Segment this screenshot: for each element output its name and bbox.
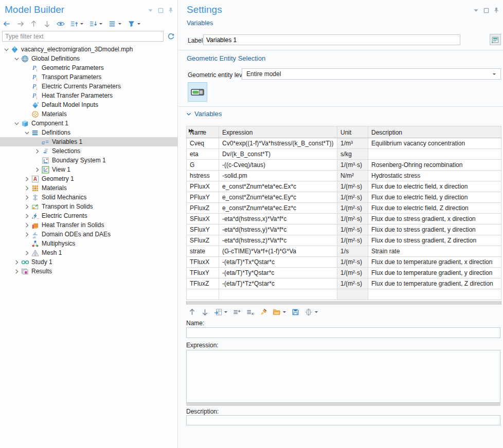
variable-row[interactable]: etaDv/(k_B_const*T)s/kg (187, 149, 501, 160)
panel-menu-icon[interactable] (473, 8, 479, 13)
description-input[interactable] (186, 415, 500, 425)
cell-expression[interactable]: Dv/(k_B_const*T) (219, 149, 337, 160)
cell-description[interactable]: Flux due to electric field, x direction (368, 181, 501, 192)
settings-subtitle-link[interactable]: Variables (187, 20, 213, 27)
show-button[interactable] (56, 20, 66, 28)
variable-row[interactable]: CveqCv0*exp((1-f)*Va*hstress/(k_B_const*… (187, 138, 501, 149)
dropdown-caret-icon[interactable] (99, 22, 103, 26)
column-header-unit[interactable]: Unit (337, 126, 368, 138)
chevron-down-icon[interactable] (12, 120, 21, 127)
tree-item-definitions[interactable]: Definitions (0, 128, 177, 137)
filter-button[interactable] (127, 19, 142, 29)
model-tree-rows-button[interactable] (107, 19, 123, 29)
cell-name[interactable]: TFluxZ (187, 278, 219, 289)
expand-all-button[interactable] (88, 19, 104, 29)
tree-item-multiphysics[interactable]: Multiphysics (0, 239, 177, 248)
cell-unit[interactable]: 1/s (337, 246, 368, 257)
tree-item-electric-currents[interactable]: +-Electric Currents (0, 211, 177, 220)
cell-name[interactable] (187, 289, 219, 300)
chevron-right-icon[interactable] (12, 268, 21, 275)
cell-unit[interactable]: N/m² (337, 171, 368, 181)
cell-description[interactable]: Flux due to stress gradient, x direction (368, 214, 501, 225)
cell-expression[interactable]: -(eta/T)*Ty*Qstar*c (219, 268, 337, 278)
cell-expression[interactable]: -eta*d(hstress,x)*Va*f*c (219, 214, 337, 225)
tree-item-results[interactable]: Results (0, 267, 177, 276)
cell-expression[interactable]: -eta*d(hstress,z)*Va*f*c (219, 235, 337, 246)
cell-description[interactable]: Flux due to temperature gradient, y dire… (368, 268, 501, 278)
move-columns-icon[interactable] (188, 127, 194, 135)
tree-item-default-model-inputs[interactable]: Default Model Inputs (0, 100, 177, 109)
cell-unit[interactable]: 1/(m²·s) (337, 235, 368, 246)
column-header-expression[interactable]: Expression (219, 126, 337, 138)
chevron-down-icon[interactable] (2, 46, 10, 53)
chevron-down-icon[interactable] (23, 129, 31, 136)
cell-name[interactable]: strate (187, 246, 219, 257)
chevron-right-icon[interactable] (33, 166, 41, 173)
tree-item-domain-odes-and-daes[interactable]: ddtDomain ODEs and DAEs (0, 230, 177, 239)
cell-unit[interactable]: s/kg (337, 149, 368, 160)
active-toggle-button[interactable] (188, 82, 207, 102)
cell-expression[interactable]: e_const*Znum*eta*ec.Ey*c (219, 192, 337, 203)
tree-item-geometric-parameters[interactable]: PiGeometric Parameters (0, 63, 177, 72)
cell-expression[interactable]: e_const*Znum*eta*ec.Ex*c (219, 181, 337, 192)
cell-name[interactable]: PFluxY (187, 192, 219, 203)
panel-menu-icon[interactable] (148, 8, 153, 13)
save-file-button[interactable] (291, 307, 300, 317)
rename-button[interactable] (303, 307, 319, 317)
cell-description[interactable] (368, 149, 501, 160)
chevron-right-icon[interactable] (12, 259, 21, 266)
tree-item-electric-currents-parameters[interactable]: PiElectric Currents Parameters (0, 82, 177, 91)
cell-description[interactable]: Flux due to stress gradient, Z direction (368, 235, 501, 246)
tree-item-heat-transfer-parameters[interactable]: PiHeat Transfer Parameters (0, 91, 177, 100)
cell-name[interactable]: SFluxY (187, 225, 219, 235)
cell-unit[interactable]: 1/(m²·s) (337, 181, 368, 192)
chevron-right-icon[interactable] (23, 231, 31, 238)
chevron-right-icon[interactable] (23, 213, 31, 219)
cell-unit[interactable]: 1/(m²·s) (337, 203, 368, 214)
cell-description[interactable]: Strain rate (368, 246, 501, 257)
dropdown-caret-icon[interactable] (137, 22, 141, 26)
cell-expression[interactable]: (G-cTIME)*Va*f+(1-f)*G*Va (219, 246, 337, 257)
column-header-name[interactable]: Name (187, 126, 219, 138)
variable-row[interactable]: SFluxZ-eta*d(hstress,z)*Va*f*c1/(m²·s)Fl… (187, 235, 501, 246)
variable-row[interactable] (187, 289, 501, 300)
tree-item-solid-mechanics[interactable]: Solid Mechanics (0, 193, 177, 202)
tree-item-vacancy-electromigration-3dmodel-mph[interactable]: vacancy_electromigration_3Dmodel.mph (0, 45, 177, 54)
geometric-entity-level-dropdown[interactable]: Entire model (242, 68, 501, 80)
cell-description[interactable]: Flux due to stress gradient, y direction (368, 225, 501, 235)
tree-item-view-1[interactable]: View 1 (0, 165, 177, 174)
variable-row[interactable]: TFluxY-(eta/T)*Ty*Qstar*c1/(m²·s)Flux du… (187, 268, 501, 278)
tree-item-transport-parameters[interactable]: PiTransport Parameters (0, 72, 177, 82)
cell-description[interactable] (368, 289, 501, 300)
cell-name[interactable]: PFluxZ (187, 203, 219, 214)
expression-input[interactable] (186, 350, 500, 403)
cell-name[interactable]: PFluxX (187, 181, 219, 192)
remove-expression-button[interactable] (245, 307, 256, 317)
cell-description[interactable]: Equilibrium vacancy concentration (368, 138, 501, 149)
cell-expression[interactable]: -(eta/T)*Tx*Qstar*c (219, 257, 337, 268)
cell-unit[interactable]: 1/(m²·s) (337, 225, 368, 235)
cell-description[interactable]: Flux due to temperature gradient, Z dire… (368, 278, 501, 289)
variable-row[interactable]: PFluxZe_const*Znum*eta*ec.Ez*c1/(m²·s)Fl… (187, 203, 501, 214)
tree-item-study-1[interactable]: Study 1 (0, 257, 177, 267)
panel-pin-icon[interactable] (168, 7, 173, 13)
filter-input[interactable] (2, 31, 164, 42)
cell-unit[interactable]: 1/(m²·s) (337, 214, 368, 225)
cell-unit[interactable]: 1/(m²·s) (337, 268, 368, 278)
chevron-down-icon[interactable] (12, 55, 21, 62)
variable-row[interactable]: hstress-solid.pmN/m²Hydrostatic stress (187, 171, 501, 181)
cell-expression[interactable]: -(eta/T)*Tz*Qstar*c (219, 278, 337, 289)
chevron-right-icon[interactable] (23, 194, 31, 201)
expression-horizontal-scrollbar[interactable] (186, 403, 500, 406)
back-button[interactable] (2, 19, 12, 29)
move-up-button[interactable] (29, 19, 39, 29)
tree-item-variables-1[interactable]: a=Variables 1 (0, 137, 177, 146)
cell-name[interactable]: SFluxZ (187, 235, 219, 246)
panel-float-icon[interactable] (483, 8, 489, 13)
chevron-right-icon[interactable] (23, 185, 31, 192)
clear-table-button[interactable] (259, 307, 268, 317)
variable-row[interactable]: SFluxY-eta*d(hstress,y)*Va*f*c1/(m²·s)Fl… (187, 225, 501, 235)
label-input[interactable] (203, 34, 460, 45)
cell-expression[interactable]: -((c-Cveq)/taus) (219, 160, 337, 171)
cell-unit[interactable]: 1/m³ (337, 138, 368, 149)
